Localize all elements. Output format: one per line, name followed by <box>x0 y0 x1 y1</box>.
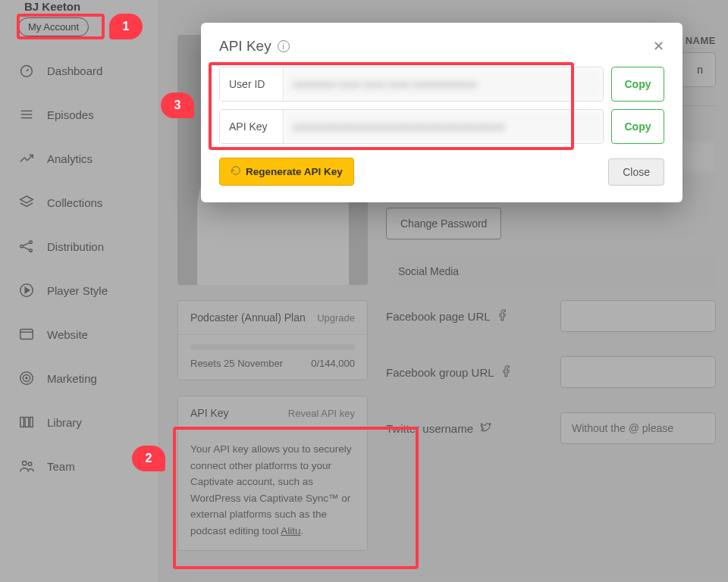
modal-title: API Key i <box>219 38 290 55</box>
refresh-icon <box>231 165 241 178</box>
regenerate-api-key-button[interactable]: Regenerate API Key <box>219 158 354 186</box>
api-key-label: API Key <box>220 110 284 143</box>
close-button[interactable]: Close <box>608 158 664 186</box>
copy-user-id-button[interactable]: Copy <box>611 67 664 102</box>
api-key-value[interactable]: xxxxxxxxxxxxxxxxxxxxxxxxxxxxxxxxxxxxxxxx <box>284 110 603 143</box>
copy-api-key-button[interactable]: Copy <box>611 109 664 144</box>
callout-badge-1: 1 <box>109 14 143 39</box>
user-id-label: User ID <box>220 67 284 101</box>
info-icon[interactable]: i <box>278 40 290 52</box>
close-icon[interactable]: ✕ <box>653 38 664 55</box>
callout-badge-3: 3 <box>161 92 194 118</box>
api-key-row: API Key xxxxxxxxxxxxxxxxxxxxxxxxxxxxxxxx… <box>219 109 664 144</box>
user-id-value[interactable]: xxxxxxxx-xxxx-xxxx-xxxx-xxxxxxxxxxxx <box>284 67 603 101</box>
user-id-row: User ID xxxxxxxx-xxxx-xxxx-xxxx-xxxxxxxx… <box>219 67 664 102</box>
api-key-modal: API Key i ✕ User ID xxxxxxxx-xxxx-xxxx-x… <box>201 23 682 202</box>
callout-badge-2: 2 <box>132 446 165 471</box>
